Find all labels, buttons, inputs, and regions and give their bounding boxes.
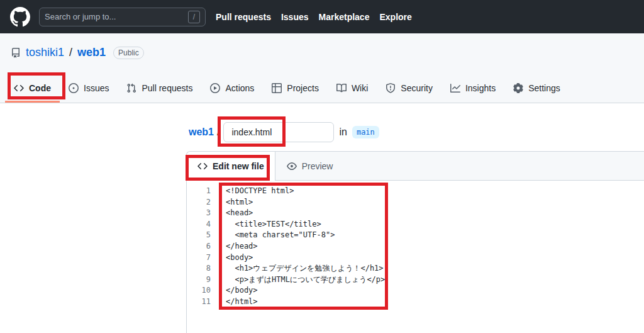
play-circle-icon bbox=[210, 83, 220, 93]
line-code: <p>まずはHTMLについて学びましょう</p> bbox=[218, 274, 385, 286]
eye-icon bbox=[287, 161, 297, 171]
gear-icon bbox=[513, 83, 523, 93]
line-number: 1 bbox=[187, 186, 218, 197]
code-icon bbox=[197, 161, 208, 171]
line-code: <meta charset="UTF-8"> bbox=[218, 230, 335, 241]
tab-code-label: Code bbox=[29, 83, 51, 93]
line-code: <body> bbox=[218, 252, 253, 264]
line-number: 5 bbox=[187, 230, 218, 241]
code-editor-area[interactable]: 1<!DOCTYPE html> 2<html> 3<head> 4 <titl… bbox=[187, 181, 644, 308]
code-line[interactable]: 4 <title>TEST</title> bbox=[187, 219, 644, 230]
slash-shortcut-key: / bbox=[188, 11, 200, 23]
code-line[interactable]: 7<body> bbox=[187, 252, 644, 264]
filename-input[interactable] bbox=[223, 122, 334, 142]
visibility-badge: Public bbox=[113, 47, 144, 59]
tab-wiki-label: Wiki bbox=[352, 83, 368, 93]
tab-edit-new-file[interactable]: Edit new file bbox=[187, 152, 275, 181]
nav-explore[interactable]: Explore bbox=[379, 12, 411, 22]
code-line[interactable]: 9 <p>まずはHTMLについて学びましょう</p> bbox=[187, 274, 644, 286]
line-code: </body> bbox=[218, 285, 258, 296]
issue-opened-icon bbox=[69, 83, 79, 93]
tab-preview[interactable]: Preview bbox=[275, 152, 345, 180]
code-line[interactable]: 10</body> bbox=[187, 285, 644, 296]
code-line[interactable]: 2<html> bbox=[187, 197, 644, 208]
tab-edit-new-file-label: Edit new file bbox=[213, 161, 264, 171]
repo-title: toshiki1 / web1 Public bbox=[0, 33, 644, 59]
tab-actions-label: Actions bbox=[225, 83, 254, 93]
line-code: <title>TEST</title> bbox=[218, 219, 321, 230]
line-code: </html> bbox=[218, 296, 258, 308]
tab-issues[interactable]: Issues bbox=[60, 75, 118, 103]
editor-tab-bar: Edit new file Preview bbox=[187, 152, 644, 181]
git-pull-request-icon bbox=[126, 83, 136, 93]
repo-header: toshiki1 / web1 Public Code Issues Pull … bbox=[0, 33, 644, 103]
header-nav: Pull requests Issues Marketplace Explore bbox=[216, 12, 412, 22]
repo-tab-nav: Code Issues Pull requests Actions Projec… bbox=[5, 75, 569, 103]
line-number: 3 bbox=[187, 208, 218, 219]
tab-settings[interactable]: Settings bbox=[504, 75, 569, 103]
search-input[interactable] bbox=[45, 12, 188, 21]
tab-wiki[interactable]: Wiki bbox=[328, 75, 377, 103]
tab-projects-label: Projects bbox=[287, 83, 319, 93]
breadcrumb: web1 / in main bbox=[189, 121, 379, 143]
line-code: <html> bbox=[218, 197, 253, 208]
book-icon bbox=[336, 83, 347, 93]
line-number: 6 bbox=[187, 241, 218, 252]
tab-pull-requests-label: Pull requests bbox=[142, 83, 192, 93]
code-line[interactable]: 6</head> bbox=[187, 241, 644, 252]
repo-separator: / bbox=[69, 46, 72, 59]
code-line[interactable]: 11</html> bbox=[187, 296, 644, 308]
table-icon bbox=[272, 83, 282, 93]
repo-name-link[interactable]: web1 bbox=[77, 46, 106, 59]
tab-issues-label: Issues bbox=[84, 83, 109, 93]
tab-insights-label: Insights bbox=[465, 83, 496, 93]
repo-owner-link[interactable]: toshiki1 bbox=[26, 46, 64, 59]
tab-code[interactable]: Code bbox=[5, 75, 60, 103]
graph-icon bbox=[450, 83, 460, 93]
repo-icon bbox=[11, 48, 21, 58]
breadcrumb-repo-link[interactable]: web1 bbox=[189, 127, 214, 138]
line-number: 8 bbox=[187, 263, 218, 274]
code-icon bbox=[14, 83, 24, 93]
breadcrumb-separator: / bbox=[217, 127, 219, 138]
github-logo-icon[interactable] bbox=[10, 7, 30, 27]
tab-actions[interactable]: Actions bbox=[201, 75, 263, 103]
line-code: <head> bbox=[218, 208, 253, 219]
line-number: 11 bbox=[187, 296, 218, 308]
tab-pull-requests[interactable]: Pull requests bbox=[118, 75, 201, 103]
line-number: 10 bbox=[187, 285, 218, 296]
tab-security-label: Security bbox=[401, 83, 433, 93]
code-line[interactable]: 3<head> bbox=[187, 208, 644, 219]
nav-marketplace[interactable]: Marketplace bbox=[319, 12, 370, 22]
tab-security[interactable]: Security bbox=[377, 75, 441, 103]
global-search[interactable]: / bbox=[39, 8, 206, 26]
line-number: 7 bbox=[187, 252, 218, 264]
global-header: / Pull requests Issues Marketplace Explo… bbox=[0, 0, 644, 33]
nav-issues[interactable]: Issues bbox=[281, 12, 309, 22]
tab-preview-label: Preview bbox=[302, 161, 333, 171]
code-line[interactable]: 1<!DOCTYPE html> bbox=[187, 186, 644, 197]
line-number: 2 bbox=[187, 197, 218, 208]
code-line[interactable]: 5 <meta charset="UTF-8"> bbox=[187, 230, 644, 241]
line-code: </head> bbox=[218, 241, 258, 252]
tab-insights[interactable]: Insights bbox=[441, 75, 504, 103]
tab-settings-label: Settings bbox=[528, 83, 560, 93]
breadcrumb-in-label: in bbox=[339, 127, 347, 138]
line-number: 9 bbox=[187, 274, 218, 286]
tab-projects[interactable]: Projects bbox=[263, 75, 328, 103]
file-editor: Edit new file Preview 1<!DOCTYPE html> 2… bbox=[186, 151, 644, 333]
line-number: 4 bbox=[187, 219, 218, 230]
code-line[interactable]: 8 <h1>ウェブデザインを勉強しよう！</h1> bbox=[187, 263, 644, 274]
branch-badge[interactable]: main bbox=[352, 126, 379, 138]
shield-icon bbox=[386, 83, 396, 93]
line-code: <!DOCTYPE html> bbox=[218, 186, 294, 197]
nav-pull-requests[interactable]: Pull requests bbox=[216, 12, 271, 22]
line-code: <h1>ウェブデザインを勉強しよう！</h1> bbox=[218, 263, 384, 274]
